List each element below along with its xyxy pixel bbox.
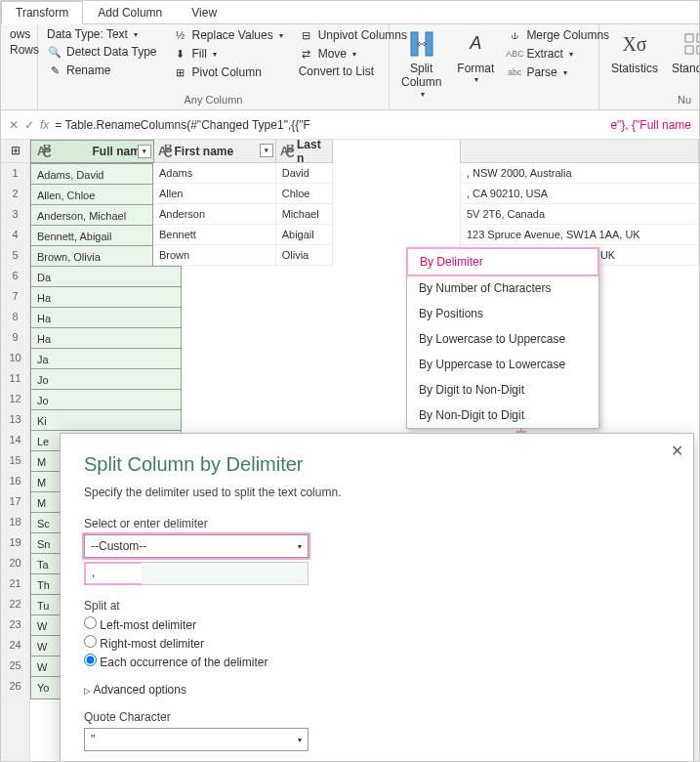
row-number[interactable]: 24 (1, 635, 29, 656)
pivot-icon: ⊞ (173, 64, 188, 80)
use-first-row-button[interactable]: ows (7, 26, 31, 42)
menu-by-delimiter[interactable]: By Delimiter (406, 247, 599, 276)
chevron-down-icon: ▾ (569, 50, 573, 59)
menu-by-lowercase-to-uppercase[interactable]: By Lowercase to Uppercase (407, 326, 598, 352)
rename-button[interactable]: ✎Rename (44, 62, 160, 79)
row-number[interactable]: 22 (1, 594, 29, 614)
parse-button[interactable]: abcParse▾ (504, 64, 612, 81)
column-headers: ABC Full name ▾ ABC First name ▾ ABC Las… (30, 140, 699, 163)
svg-rect-1 (426, 32, 432, 56)
menu-by-non-digit-to-digit[interactable]: By Non-Digit to Digit (407, 402, 598, 428)
row-number[interactable]: 25 (1, 656, 29, 676)
detect-data-type-button[interactable]: 🔍Detect Data Type (44, 43, 160, 61)
filter-icon[interactable]: ▾ (138, 145, 151, 158)
cell-first-name: Anderson (153, 204, 276, 225)
row-number[interactable]: 9 (1, 327, 29, 348)
ribbon-tabs: Transform Add Column View (1, 1, 699, 24)
table-row[interactable]: Bennett, AbigailBennettAbigail123 Spruce… (30, 225, 699, 245)
row-number[interactable]: 4 (1, 225, 29, 245)
row-number[interactable]: 8 (1, 307, 29, 327)
statistics-button[interactable]: Χσ Statistics (605, 26, 664, 77)
standard-icon (679, 28, 700, 60)
dialog-title: Split Column by Delimiter (84, 453, 670, 476)
row-number[interactable]: 7 (1, 286, 29, 307)
split-at-label: Split at (84, 599, 670, 613)
extract-icon: ABC (507, 46, 522, 62)
radio-each-occurrence[interactable]: Each occurrence of the delimiter (84, 654, 670, 669)
split-column-button[interactable]: Split Column▾ (395, 26, 447, 101)
radio-left-most[interactable]: Left-most delimiter (84, 616, 670, 632)
cell-last-name: Michael (276, 204, 333, 225)
standard-button[interactable]: Standard (666, 26, 700, 77)
cell-first-name: Adams (153, 163, 276, 184)
data-type-button[interactable]: Data Type: Text▾ (44, 26, 160, 42)
row-number[interactable]: 10 (1, 348, 29, 368)
row-number[interactable]: 18 (1, 512, 29, 532)
delimiter-select[interactable]: --Custom--▾ (84, 534, 309, 558)
fill-button[interactable]: ⬇Fill▾ (170, 45, 286, 63)
radio-right-most[interactable]: Right-most delimiter (84, 635, 670, 651)
quote-character-select[interactable]: "▾ (84, 728, 309, 751)
row-number[interactable]: 3 (1, 204, 29, 225)
menu-by-number-of-characters[interactable]: By Number of Characters (407, 275, 598, 301)
row-number[interactable]: 26 (1, 676, 29, 697)
chevron-down-icon: ▾ (134, 30, 138, 39)
replace-values-button[interactable]: ½Replace Values▾ (170, 26, 286, 44)
menu-by-positions[interactable]: By Positions (407, 301, 598, 326)
format-button[interactable]: A Format▾ (451, 26, 500, 87)
svg-text:C: C (164, 147, 172, 158)
row-number[interactable]: 2 (1, 184, 29, 204)
extract-button[interactable]: ABCExtract▾ (504, 45, 612, 63)
column-header-first-name[interactable]: ABC First name ▾ (154, 140, 276, 163)
row-number[interactable]: 11 (1, 368, 29, 389)
chevron-down-icon: ▾ (298, 736, 302, 744)
text-type-icon: ABC (158, 145, 172, 158)
tab-transform[interactable]: Transform (1, 1, 83, 24)
row-number[interactable]: 19 (1, 532, 29, 553)
advanced-options-toggle[interactable]: Advanced options (84, 683, 670, 697)
rows-button[interactable]: Rows (7, 42, 31, 58)
group-label-number: Nu (605, 92, 691, 107)
table-row[interactable]: Anderson, MichaelAndersonMichael5V 2T6, … (30, 204, 699, 225)
tab-add-column[interactable]: Add Column (83, 1, 177, 23)
chevron-down-icon: ▾ (563, 68, 567, 77)
row-number[interactable]: 23 (1, 614, 29, 635)
merge-columns-button[interactable]: ⫝Merge Columns (504, 26, 612, 44)
row-number[interactable]: 5 (1, 245, 29, 266)
table-row[interactable]: Allen, ChloeAllenChloe, CA 90210, USA (30, 184, 699, 204)
filter-icon[interactable]: ▾ (260, 144, 273, 157)
formula-text[interactable]: = Table.RenameColumns(#"Changed Type1",{… (55, 118, 310, 132)
menu-by-uppercase-to-lowercase[interactable]: By Uppercase to Lowercase (407, 352, 598, 377)
column-header-last-name[interactable]: ABC Last n (276, 140, 333, 163)
quote-character-label: Quote Character (84, 710, 670, 724)
table-row[interactable]: Adams, DavidAdamsDavid, NSW 2000, Austra… (30, 163, 699, 184)
text-type-icon: ABC (280, 145, 294, 158)
table-icon[interactable]: ⊞ (1, 140, 29, 163)
row-number[interactable]: 1 (1, 163, 29, 184)
fill-icon: ⬇ (173, 46, 188, 62)
format-icon: A (460, 28, 491, 60)
row-number[interactable]: 12 (1, 389, 29, 409)
close-icon[interactable]: ✕ (671, 442, 683, 460)
column-header-address[interactable] (460, 140, 699, 163)
cell-address: 123 Spruce Avenue, SW1A 1AA, UK (460, 225, 699, 245)
row-number[interactable]: 16 (1, 471, 29, 491)
menu-by-digit-to-non-digit[interactable]: By Digit to Non-Digit (407, 377, 598, 402)
data-grid: ⊞ 12345678910111213141516171819202122232… (1, 140, 699, 762)
select-delimiter-label: Select or enter delimiter (84, 517, 670, 530)
row-number[interactable]: 15 (1, 450, 29, 471)
pivot-column-button[interactable]: ⊞Pivot Column (170, 64, 286, 81)
cancel-icon[interactable]: ✕ (9, 118, 19, 132)
row-number[interactable]: 14 (1, 430, 29, 450)
tab-view[interactable]: View (177, 1, 231, 23)
row-number[interactable]: 13 (1, 409, 29, 430)
row-number[interactable]: 20 (1, 553, 29, 573)
svg-rect-2 (685, 34, 693, 42)
row-number[interactable]: 6 (1, 266, 29, 286)
column-header-full-name[interactable]: ABC Full name ▾ (30, 140, 154, 163)
accept-icon[interactable]: ✓ (24, 118, 34, 132)
row-number[interactable]: 21 (1, 573, 29, 594)
cell-address: 5V 2T6, Canada (460, 204, 699, 225)
row-number[interactable]: 17 (1, 491, 29, 512)
delimiter-input[interactable]: , (84, 562, 309, 585)
